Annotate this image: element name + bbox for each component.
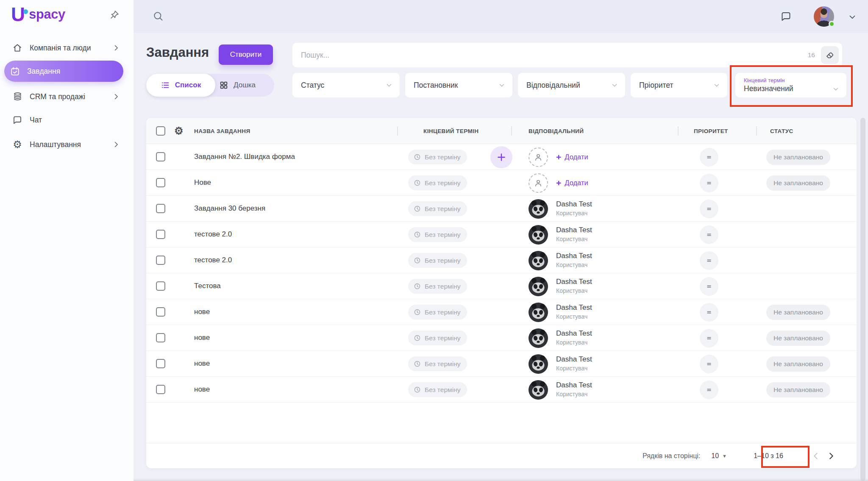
priority-normal-icon[interactable]: [700, 251, 718, 270]
row-checkbox[interactable]: [156, 307, 165, 317]
responsible-name[interactable]: Dasha Test: [556, 252, 592, 260]
task-name[interactable]: Тестова: [194, 282, 221, 290]
priority-normal-icon[interactable]: [700, 174, 718, 192]
uspacy-logo[interactable]: U spacy: [11, 6, 65, 23]
filter-deadline[interactable]: Кінцевий термін Невизначений: [735, 73, 846, 97]
task-name[interactable]: Завдання №2. Швидка форма: [194, 153, 295, 161]
panda-avatar[interactable]: [529, 380, 548, 400]
responsible-name[interactable]: Dasha Test: [556, 303, 592, 312]
sidebar-item-company[interactable]: Компанія та люди: [7, 39, 127, 57]
due-date-pill[interactable]: Без терміну: [408, 201, 467, 216]
responsible-name[interactable]: Dasha Test: [556, 381, 592, 389]
due-date-pill[interactable]: Без терміну: [408, 150, 467, 164]
sidebar-item-crm[interactable]: CRM та продажі: [7, 87, 127, 106]
sidebar-item-chat[interactable]: Чат: [7, 111, 127, 129]
chevron-right-icon: [112, 93, 120, 100]
chevron-down-icon[interactable]: [848, 12, 857, 22]
sidebar-item-settings[interactable]: ⚙ Налаштування: [7, 135, 127, 154]
search-input[interactable]: [301, 51, 802, 60]
table-settings-gear-icon[interactable]: ⚙: [174, 126, 184, 136]
filter-responsible[interactable]: Відповідальний: [518, 73, 625, 97]
chevron-right-icon: [112, 141, 120, 148]
priority-normal-icon[interactable]: [700, 148, 718, 167]
sidebar-item-tasks[interactable]: Завдання: [4, 61, 123, 82]
row-checkbox[interactable]: [156, 333, 165, 342]
responsible-name[interactable]: Dasha Test: [556, 329, 592, 338]
add-responsible-link[interactable]: + Додати: [556, 178, 588, 187]
vertical-scrollbar[interactable]: [860, 118, 865, 481]
due-date-pill[interactable]: Без терміну: [408, 382, 467, 397]
panda-avatar[interactable]: [529, 225, 548, 245]
create-button[interactable]: Створити: [219, 44, 273, 65]
due-date-pill[interactable]: Без терміну: [408, 331, 467, 345]
task-name[interactable]: Завдання 30 березня: [194, 204, 265, 213]
empty-avatar-icon[interactable]: [529, 173, 548, 193]
task-name[interactable]: нове: [194, 385, 210, 394]
panda-avatar[interactable]: [529, 328, 548, 348]
filter-author[interactable]: Постановник: [405, 73, 512, 97]
tab-board-view[interactable]: Дошка: [219, 74, 273, 97]
select-all-checkbox[interactable]: [156, 126, 165, 136]
column-header-priority[interactable]: ПРІОРИТЕТ: [694, 118, 728, 144]
panda-avatar[interactable]: [529, 354, 548, 374]
priority-normal-icon[interactable]: [700, 303, 718, 322]
rows-per-page-select[interactable]: 10 ▼: [711, 452, 727, 460]
priority-normal-icon[interactable]: [700, 277, 718, 296]
row-checkbox[interactable]: [156, 359, 165, 368]
tab-list-view[interactable]: Список: [146, 74, 215, 97]
column-header-deadline[interactable]: КІНЦЕВИЙ ТЕРМІН: [423, 118, 479, 144]
row-checkbox[interactable]: [156, 256, 165, 265]
chat-bubble-icon[interactable]: [780, 11, 792, 22]
row-checkbox[interactable]: [156, 204, 165, 213]
add-responsible-link[interactable]: + Додати: [556, 153, 588, 161]
row-checkbox[interactable]: [156, 230, 165, 239]
responsible-name[interactable]: Dasha Test: [556, 355, 592, 364]
responsible-name[interactable]: Dasha Test: [556, 278, 592, 286]
previous-page-button[interactable]: [808, 448, 823, 464]
responsible-name[interactable]: Dasha Test: [556, 200, 592, 209]
search-icon[interactable]: [152, 10, 164, 22]
pin-icon[interactable]: [109, 9, 120, 20]
priority-normal-icon[interactable]: [700, 225, 718, 244]
column-header-name[interactable]: НАЗВА ЗАВДАННЯ: [194, 118, 250, 144]
row-checkbox[interactable]: [156, 385, 165, 394]
due-date-pill[interactable]: Без терміну: [408, 356, 467, 371]
task-name[interactable]: нове: [194, 359, 210, 368]
chevron-right-icon: [112, 44, 120, 52]
task-name[interactable]: нове: [194, 308, 210, 316]
task-name[interactable]: тестове 2.0: [194, 230, 232, 239]
user-avatar[interactable]: [814, 6, 834, 27]
due-date-pill[interactable]: Без терміну: [408, 305, 467, 320]
due-date-pill[interactable]: Без терміну: [408, 279, 467, 294]
empty-avatar-icon[interactable]: [529, 147, 548, 167]
due-date-pill[interactable]: Без терміну: [408, 227, 467, 242]
task-name[interactable]: Нове: [194, 178, 211, 187]
eraser-icon[interactable]: [821, 46, 839, 64]
rows-per-page-label: Рядків на сторінці:: [643, 452, 700, 460]
panda-avatar[interactable]: [529, 199, 548, 219]
filter-status[interactable]: Статус: [292, 73, 400, 97]
responsible-name[interactable]: Dasha Test: [556, 226, 592, 234]
sidebar-item-label: Чат: [30, 116, 120, 125]
priority-normal-icon[interactable]: [700, 329, 718, 348]
task-name[interactable]: тестове 2.0: [194, 256, 232, 264]
priority-normal-icon[interactable]: [700, 381, 718, 399]
row-checkbox[interactable]: [156, 178, 165, 187]
panda-avatar[interactable]: [529, 303, 548, 322]
logo-u-glyph: U: [11, 6, 25, 23]
next-page-button[interactable]: [823, 448, 839, 464]
row-checkbox[interactable]: [156, 281, 165, 291]
panda-avatar[interactable]: [529, 251, 548, 270]
filter-priority[interactable]: Пріоритет: [631, 73, 727, 97]
panda-avatar[interactable]: [529, 277, 548, 296]
quick-add-button[interactable]: [490, 146, 512, 168]
clock-icon: [413, 205, 421, 213]
priority-normal-icon[interactable]: [700, 355, 718, 373]
due-date-pill[interactable]: Без терміну: [408, 175, 467, 190]
task-name[interactable]: нове: [194, 334, 210, 342]
priority-normal-icon[interactable]: [700, 200, 718, 218]
column-header-responsible[interactable]: ВІДПОВІДАЛЬНИЙ: [529, 118, 584, 144]
due-date-pill[interactable]: Без терміну: [408, 253, 467, 268]
column-header-status[interactable]: СТАТУС: [770, 118, 793, 144]
row-checkbox[interactable]: [156, 152, 165, 161]
